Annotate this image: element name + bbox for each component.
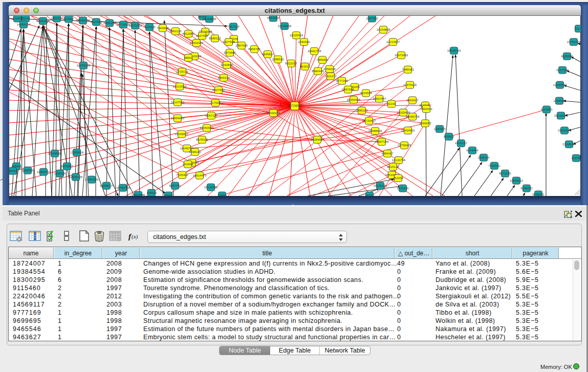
svg-text:3267110: 3267110 [206, 114, 218, 117]
svg-text:9146821: 9146821 [262, 53, 274, 56]
svg-text:1002543: 1002543 [420, 107, 432, 111]
svg-text:8678332: 8678332 [196, 138, 208, 141]
svg-text:12505135: 12505135 [69, 176, 83, 179]
svg-text:7663822: 7663822 [157, 27, 169, 30]
svg-text:9227343: 9227343 [556, 69, 569, 72]
svg-text:11325419: 11325419 [290, 34, 303, 37]
svg-text:6479197: 6479197 [455, 142, 467, 145]
svg-text:92450: 92450 [218, 194, 227, 196]
svg-text:12923446: 12923446 [132, 193, 145, 196]
svg-text:9373685: 9373685 [224, 51, 236, 54]
svg-text:7886322: 7886322 [356, 109, 368, 112]
svg-text:1588520: 1588520 [272, 58, 284, 61]
svg-text:(x): (x) [132, 233, 138, 240]
svg-text:1540910: 1540910 [298, 40, 310, 43]
svg-text:10973493: 10973493 [395, 54, 408, 57]
svg-text:10655267: 10655267 [76, 19, 90, 22]
svg-text:6466160: 6466160 [103, 21, 116, 25]
svg-text:9242848: 9242848 [221, 63, 233, 67]
svg-text:18724007: 18724007 [288, 104, 302, 107]
svg-text:19654925: 19654925 [171, 117, 185, 120]
svg-text:7625402: 7625402 [176, 173, 188, 177]
svg-text:9975887: 9975887 [61, 165, 73, 168]
svg-text:8912956: 8912956 [182, 32, 194, 35]
svg-text:16107553: 16107553 [171, 101, 185, 104]
svg-text:12213967: 12213967 [386, 40, 400, 43]
svg-text:9463627: 9463627 [406, 99, 419, 102]
svg-text:104523: 104523 [146, 191, 157, 194]
svg-text:1065327: 1065327 [51, 17, 63, 20]
svg-text:19756928: 19756928 [398, 144, 411, 147]
svg-text:252254: 252254 [393, 177, 404, 180]
svg-text:15720407: 15720407 [362, 119, 376, 122]
svg-text:10025438: 10025438 [397, 111, 410, 114]
svg-text:1621072: 1621072 [324, 75, 337, 78]
svg-text:19166827: 19166827 [175, 133, 189, 136]
svg-text:9245012: 9245012 [532, 193, 545, 196]
svg-text:9777169: 9777169 [336, 79, 348, 82]
svg-text:417006: 417006 [210, 101, 221, 104]
svg-text:10654112: 10654112 [510, 179, 524, 182]
svg-text:1615132: 1615132 [387, 165, 399, 168]
svg-text:9327508: 9327508 [223, 40, 235, 43]
svg-text:9660126: 9660126 [169, 30, 182, 33]
svg-text:160994: 160994 [183, 163, 193, 166]
svg-text:7632621: 7632621 [488, 164, 500, 167]
svg-text:893923: 893923 [444, 135, 454, 138]
svg-text:16548764: 16548764 [447, 49, 461, 52]
svg-text:2935114: 2935114 [478, 156, 490, 159]
svg-text:1733426: 1733426 [397, 187, 409, 190]
svg-text:2867608: 2867608 [235, 44, 248, 47]
svg-text:16495759: 16495759 [406, 115, 420, 118]
svg-text:6794028: 6794028 [323, 68, 336, 71]
svg-text:7485063: 7485063 [402, 68, 414, 71]
svg-text:7357224: 7357224 [227, 25, 239, 28]
svg-text:16543362: 16543362 [190, 41, 204, 45]
svg-text:11173: 11173 [575, 27, 581, 30]
svg-text:2087682: 2087682 [366, 17, 378, 20]
svg-text:9329966: 9329966 [561, 55, 573, 58]
svg-text:2803144: 2803144 [217, 76, 230, 79]
svg-text:15692971: 15692971 [558, 129, 572, 132]
svg-text:20053346: 20053346 [77, 64, 91, 67]
svg-text:9884067: 9884067 [381, 152, 394, 155]
svg-text:62160: 62160 [387, 102, 396, 105]
svg-text:9474444: 9474444 [466, 149, 478, 152]
svg-text:8322037: 8322037 [285, 62, 297, 65]
svg-text:10958107: 10958107 [100, 184, 114, 187]
svg-text:15716485: 15716485 [204, 186, 218, 189]
svg-text:99101: 99101 [21, 17, 30, 20]
svg-text:8427552: 8427552 [212, 89, 225, 92]
svg-text:16782759: 16782759 [116, 186, 130, 189]
svg-text:16154838: 16154838 [377, 28, 390, 31]
svg-text:87645: 87645 [164, 194, 173, 196]
svg-text:12942757: 12942757 [37, 170, 51, 173]
svg-text:16961758: 16961758 [308, 50, 321, 53]
svg-text:8813054: 8813054 [267, 16, 279, 19]
svg-text:65202: 65202 [365, 194, 374, 196]
svg-text:962615: 962615 [300, 65, 311, 68]
svg-text:12213369: 12213369 [173, 85, 187, 88]
svg-text:16914479: 16914479 [193, 174, 207, 177]
svg-text:18807249: 18807249 [375, 140, 389, 143]
svg-text:1145194: 1145194 [54, 172, 67, 175]
svg-text:39151: 39151 [9, 169, 17, 172]
svg-text:9113933: 9113933 [541, 108, 553, 111]
svg-text:17016504: 17016504 [562, 143, 576, 146]
svg-text:9699695: 9699695 [419, 122, 431, 125]
svg-text:1640954: 1640954 [433, 127, 446, 130]
svg-text:7955812: 7955812 [316, 58, 329, 61]
svg-text:12353594: 12353594 [200, 126, 214, 129]
svg-text:7515526: 7515526 [143, 26, 156, 29]
svg-text:10807487: 10807487 [373, 97, 386, 100]
svg-text:12975115: 12975115 [403, 83, 417, 86]
svg-text:1244415: 1244415 [553, 99, 565, 102]
svg-text:9327503: 9327503 [196, 34, 208, 37]
svg-text:19654923: 19654923 [401, 129, 415, 132]
svg-text:116753: 116753 [571, 157, 581, 160]
svg-text:20691406: 20691406 [36, 19, 50, 23]
svg-text:15751074: 15751074 [567, 40, 581, 43]
svg-text:20364436: 20364436 [347, 98, 361, 101]
svg-text:19384554: 19384554 [311, 138, 324, 141]
svg-text:14055724: 14055724 [17, 23, 31, 26]
